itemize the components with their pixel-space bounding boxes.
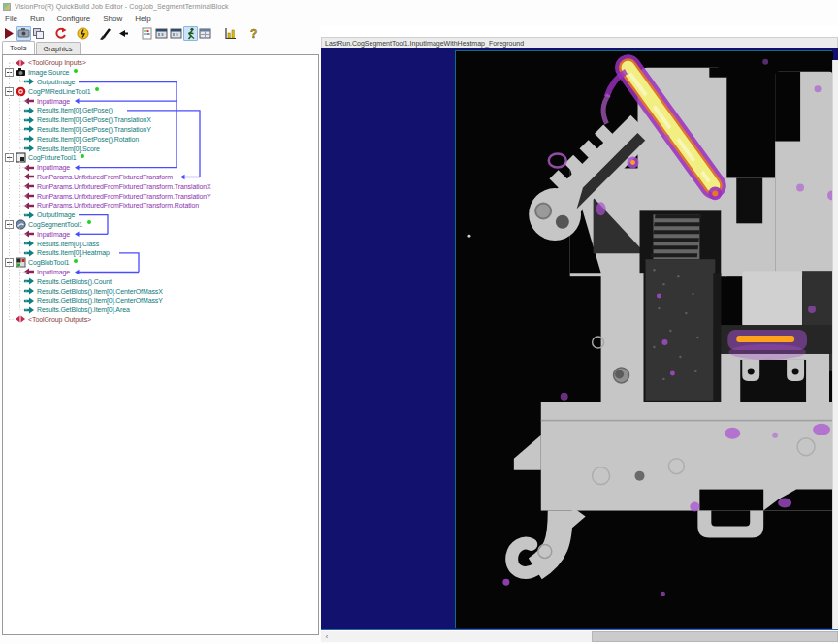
tree-row-inputimage[interactable]: InputImage bbox=[3, 96, 318, 106]
output-arrow-icon bbox=[24, 277, 34, 285]
input-arrow-icon bbox=[24, 202, 34, 209]
small-arrow-icon bbox=[117, 27, 130, 40]
tree-row-cogblobtool1[interactable]: CogBlobTool1 bbox=[3, 258, 318, 268]
tree-row-results-item-0-heatmap[interactable]: Results.Item[0].Heatmap bbox=[3, 248, 318, 258]
tree-row-results-item-0-getpose-translationx[interactable]: Results.Item[0].GetPose().TranslationX bbox=[3, 115, 318, 125]
expander-icon[interactable] bbox=[5, 153, 14, 162]
tree-row-runparams-unfixturedfromfixturedtransform[interactable]: RunParams.UnfixturedFromFixturedTransfor… bbox=[3, 173, 318, 182]
camera-icon bbox=[17, 27, 30, 40]
expander-icon[interactable] bbox=[5, 68, 14, 77]
expander-icon[interactable] bbox=[5, 87, 14, 96]
output-arrow-icon bbox=[24, 287, 34, 295]
tree-row-image-source[interactable]: Image Source bbox=[3, 68, 318, 78]
output-arrow-icon bbox=[24, 135, 34, 143]
image-document-button[interactable] bbox=[140, 26, 154, 41]
tree-row-toolgroup-outputs[interactable]: <ToolGroup Outputs> bbox=[3, 315, 318, 325]
brush-button[interactable] bbox=[98, 26, 113, 41]
tree-row-label: InputImage bbox=[37, 98, 70, 105]
menu-run[interactable]: Run bbox=[30, 15, 45, 23]
run-job-button[interactable] bbox=[2, 26, 16, 41]
tree-row-toolgroup-inputs[interactable]: <ToolGroup Inputs> bbox=[3, 58, 318, 68]
scroll-left-icon[interactable]: ‹ bbox=[321, 631, 333, 642]
tool-dirty-dot bbox=[81, 154, 84, 158]
tool-tree: <ToolGroup Inputs>Image SourceOutputImag… bbox=[3, 58, 318, 324]
tab-graphics[interactable]: Graphics bbox=[36, 42, 81, 54]
input-arrow-icon bbox=[24, 182, 34, 190]
expander-icon[interactable] bbox=[5, 258, 14, 267]
tree-row-results-item-0-score[interactable]: Results.Item[0].Score bbox=[3, 144, 318, 153]
output-arrow-icon bbox=[24, 306, 34, 314]
image-doc-icon bbox=[141, 27, 153, 40]
tree-row-label: RunParams.UnfixturedFromFixturedTransfor… bbox=[37, 183, 211, 190]
posted-display-button[interactable] bbox=[198, 26, 212, 41]
reset-button[interactable] bbox=[53, 26, 68, 41]
run-mode-button[interactable] bbox=[183, 26, 198, 41]
terminal-group-icon bbox=[16, 59, 25, 67]
pointer-button[interactable] bbox=[116, 26, 131, 41]
tree-row-label: Results.Item[0].GetPose().Rotation bbox=[37, 136, 139, 143]
tree-row-results-getblobs-count[interactable]: Results.GetBlobs().Count bbox=[3, 276, 318, 286]
horizontal-scrollbar[interactable]: ‹ bbox=[321, 631, 838, 642]
horizontal-scrollbar-thumb[interactable] bbox=[592, 631, 838, 642]
tree-row-label: RunParams.UnfixturedFromFixturedTransfor… bbox=[37, 202, 199, 209]
tree-row-inputimage[interactable]: InputImage bbox=[3, 229, 318, 239]
window-icon bbox=[155, 27, 168, 40]
image-display-area[interactable] bbox=[321, 48, 838, 630]
tree-row-label: RunParams.UnfixturedFromFixturedTransfor… bbox=[37, 193, 211, 200]
live-display-button[interactable] bbox=[16, 26, 31, 41]
image-view-header[interactable]: LastRun.CogSegmentTool1.InputImageWithHe… bbox=[321, 37, 838, 48]
tree-row-label: Image Source bbox=[28, 69, 69, 76]
input-arrow-icon bbox=[24, 192, 34, 200]
expander-icon[interactable] bbox=[5, 220, 14, 229]
online-button[interactable] bbox=[76, 26, 90, 41]
tree-row-runparams-unfixturedfromfixturedtransform-translationx[interactable]: RunParams.UnfixturedFromFixturedTransfor… bbox=[3, 181, 318, 191]
tree-row-results-item-0-getpose-rotation[interactable]: Results.Item[0].GetPose().Rotation bbox=[3, 134, 318, 144]
terminal-group-icon bbox=[16, 315, 25, 323]
menu-help[interactable]: Help bbox=[135, 15, 150, 23]
tree-row-outputimage[interactable]: OutputImage bbox=[3, 78, 318, 87]
tree-row-label: InputImage bbox=[37, 164, 70, 171]
tree-row-label: Results.GetBlobs().Item[0].CenterOfMassX bbox=[37, 288, 163, 295]
profiler-button[interactable] bbox=[223, 26, 238, 41]
tab-strip: ToolsGraphics bbox=[2, 41, 321, 54]
tree-row-label: OutputImage bbox=[37, 79, 75, 85]
help-button[interactable]: ? bbox=[246, 26, 261, 41]
tree-row-results-item-0-getpose[interactable]: Results.Item[0].GetPose() bbox=[3, 106, 318, 115]
vertical-scrollbar[interactable] bbox=[832, 60, 838, 630]
tree-row-cogsegmenttool1[interactable]: CogSegmentTool1 bbox=[3, 220, 318, 230]
tree-row-cogfixturetool1[interactable]: CogFixtureTool1 bbox=[3, 153, 318, 163]
svg-text:?: ? bbox=[250, 27, 257, 40]
output-arrow-icon bbox=[24, 125, 34, 133]
tree-row-runparams-unfixturedfromfixturedtransform-translationy[interactable]: RunParams.UnfixturedFromFixturedTransfor… bbox=[3, 191, 318, 201]
tree-row-outputimage[interactable]: OutputImage bbox=[3, 210, 318, 220]
tool-dirty-dot bbox=[95, 87, 99, 91]
pmredline-icon bbox=[16, 86, 26, 97]
window-icon bbox=[170, 27, 182, 40]
menu-show[interactable]: Show bbox=[103, 15, 122, 23]
window-title: VisionPro(R) QuickBuild Job Editor - Cog… bbox=[15, 3, 229, 10]
menu-file[interactable]: File bbox=[5, 15, 17, 23]
output-arrow-icon bbox=[24, 145, 34, 152]
segment-icon bbox=[16, 219, 26, 230]
tree-row-results-item-0-getpose-translationy[interactable]: Results.Item[0].GetPose().TranslationY bbox=[3, 125, 318, 135]
menu-configure[interactable]: Configure bbox=[57, 15, 91, 23]
tree-row-runparams-unfixturedfromfixturedtransform-rotation[interactable]: RunParams.UnfixturedFromFixturedTransfor… bbox=[3, 201, 318, 210]
tree-row-results-item-0-class[interactable]: Results.Item[0].Class bbox=[3, 239, 318, 248]
input-arrow-icon bbox=[24, 268, 34, 275]
tree-row-inputimage[interactable]: InputImage bbox=[3, 163, 318, 173]
tree-row-label: Results.GetBlobs().Item[0].Area bbox=[37, 306, 130, 313]
tool-dirty-dot bbox=[87, 220, 91, 224]
tree-row-label: OutputImage bbox=[37, 211, 75, 218]
tree-row-results-getblobs-item-0-centerofmassy[interactable]: Results.GetBlobs().Item[0].CenterOfMassY bbox=[3, 296, 318, 306]
tree-row-results-getblobs-item-0-centerofmassx[interactable]: Results.GetBlobs().Item[0].CenterOfMassX bbox=[3, 286, 318, 296]
tree-row-inputimage[interactable]: InputImage bbox=[3, 268, 318, 277]
tree-row-label: CogSegmentTool1 bbox=[28, 221, 82, 228]
copy-display-button[interactable] bbox=[31, 26, 46, 41]
tree-row-results-getblobs-item-0-area[interactable]: Results.GetBlobs().Item[0].Area bbox=[3, 306, 318, 315]
tree-row-cogpmredlinetool1[interactable]: CogPMRedLineTool1 bbox=[3, 86, 318, 96]
tree-row-label: Results.Item[0].GetPose().TranslationY bbox=[37, 126, 151, 133]
tree-row-label: Results.Item[0].Score bbox=[37, 145, 100, 152]
display-window-1-button[interactable] bbox=[154, 26, 169, 41]
display-window-2-button[interactable] bbox=[169, 26, 183, 41]
tab-tools[interactable]: Tools bbox=[2, 41, 35, 54]
